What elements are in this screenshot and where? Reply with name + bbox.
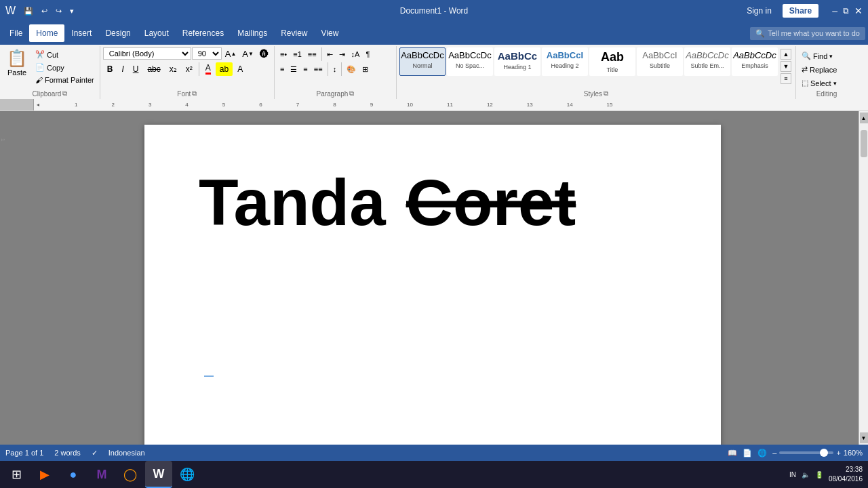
redo-qat-button[interactable]: ↪ [53,5,64,17]
style-emphasis[interactable]: AaBbCcDc Emphasis [732,47,778,76]
font-name-select[interactable]: Calibri (Body) [103,47,191,60]
borders-button[interactable]: ⊞ [359,64,371,75]
minimize-button[interactable]: – [832,5,837,16]
decrease-indent-button[interactable]: ⇤ [324,49,336,60]
restore-button[interactable]: ⧉ [843,6,849,16]
volume-icon[interactable]: 🔈 [802,471,810,479]
style-heading2[interactable]: AaBbCcI Heading 2 [542,47,588,76]
replace-icon: ⇄ [802,65,808,74]
style-heading2-label: Heading 2 [551,62,578,69]
zoom-control[interactable]: – + 160% [772,449,863,457]
zoom-level[interactable]: 160% [844,449,863,457]
undo-qat-button[interactable]: ↩ [39,5,50,17]
align-right-button[interactable]: ≡ [300,64,310,75]
align-left-button[interactable]: ≡ [277,64,287,75]
menu-review[interactable]: Review [274,24,314,42]
read-mode-icon[interactable]: 📖 [728,449,737,458]
zoom-out-icon[interactable]: – [772,449,776,457]
copy-button[interactable]: 📄 Copy [33,62,97,73]
menu-layout[interactable]: Layout [138,24,176,42]
taskbar-word[interactable]: W [145,461,172,488]
menu-insert[interactable]: Insert [64,24,98,42]
font-size-select[interactable]: 90 [192,47,222,60]
scroll-thumb[interactable] [861,130,867,157]
sort-button[interactable]: ↕A [349,49,363,60]
highlight-button[interactable]: ab [216,62,233,76]
paste-button[interactable]: 📋 Paste [3,47,31,78]
menu-bar: File Home Insert Design Layout Reference… [0,22,868,45]
sign-in-link[interactable]: Sign in [747,6,772,16]
clear-formatting-button[interactable]: 🅐 [257,48,271,60]
language[interactable]: Indonesian [108,449,145,457]
text-color-button[interactable]: A [201,61,215,77]
strikethrough-button[interactable]: abc [143,62,164,76]
zoom-slider[interactable] [779,451,833,454]
menu-references[interactable]: References [176,24,231,42]
customize-qat-button[interactable]: ▾ [67,5,77,17]
style-heading1[interactable]: AaBbCc Heading 1 [494,47,540,76]
title-bar-controls: Sign in Share – ⧉ ✕ [747,4,863,18]
paragraph-label[interactable]: Paragraph ⧉ [277,88,393,99]
numbering-button[interactable]: ≡1 [290,49,304,60]
taskbar-chrome[interactable]: 🌐 [174,461,201,488]
menu-mailings[interactable]: Mailings [231,24,274,42]
styles-scroll-up[interactable]: ▲ [781,49,791,60]
shading-button[interactable]: 🎨 [344,64,359,75]
style-no-spacing[interactable]: AaBbCcDc No Spac... [447,47,493,76]
style-subtle-emphasis[interactable]: AaBbCcDc Subtle Em... [684,47,730,76]
subscript-button[interactable]: x₂ [165,62,181,76]
styles-scroll-down[interactable]: ▼ [781,61,791,72]
font-label[interactable]: Font ⧉ [103,88,271,99]
styles-expand[interactable]: ≡ [781,73,791,84]
start-button[interactable]: ⊞ [3,461,30,488]
ribbon: 📋 Paste ✂️ Cut 📄 Copy 🖌 Format Painter [0,45,868,99]
scroll-down-button[interactable]: ▼ [860,432,868,443]
justify-button[interactable]: ≡≡ [311,64,326,75]
underline-button[interactable]: U [129,62,143,76]
style-title[interactable]: Aab Title [589,47,635,76]
show-marks-button[interactable]: ¶ [363,49,372,60]
style-subtitle[interactable]: AaBbCcI Subtitle [637,47,683,76]
menu-design[interactable]: Design [98,24,137,42]
document-area[interactable]: Tanda Coret [7,111,859,445]
save-qat-button[interactable]: 💾 [21,5,36,17]
zoom-in-icon[interactable]: + [836,449,840,457]
format-painter-button[interactable]: 🖌 Format Painter [33,75,97,85]
print-layout-icon[interactable]: 📄 [743,449,752,458]
close-button[interactable]: ✕ [854,5,863,16]
font-color-button[interactable]: A [233,62,247,76]
select-button[interactable]: ⬚ Select ▾ [799,77,840,89]
editing-label[interactable]: Editing [799,89,854,99]
taskbar-app4[interactable]: ◯ [117,461,144,488]
increase-font-size-button[interactable]: A▲ [222,48,239,60]
style-normal[interactable]: AaBbCcDc Normal [399,47,446,76]
scroll-up-button[interactable]: ▲ [860,113,868,123]
battery-icon: 🔋 [815,471,823,479]
decrease-font-size-button[interactable]: A▼ [239,48,256,60]
cut-button[interactable]: ✂️ Cut [33,49,97,60]
superscript-button[interactable]: x² [182,62,197,76]
multilevel-list-button[interactable]: ≡≡ [305,49,319,60]
styles-label[interactable]: Styles ⧉ [399,88,793,99]
taskbar-onenote[interactable]: M [88,461,115,488]
menu-home[interactable]: Home [29,24,64,42]
bullets-button[interactable]: ≡• [277,49,290,60]
line-spacing-button[interactable]: ↕ [330,64,340,75]
clipboard-label[interactable]: Clipboard ⧉ [3,88,97,99]
bold-button[interactable]: B [103,62,117,76]
web-layout-icon[interactable]: 🌐 [757,449,767,458]
menu-view[interactable]: View [315,24,346,42]
replace-button[interactable]: ⇄ Replace [799,64,840,75]
align-center-button[interactable]: ☰ [288,64,300,75]
tell-me-search[interactable]: 🔍 Tell me what you want to do [750,27,865,40]
left-scroll-area: 1 [0,111,7,445]
increase-indent-button[interactable]: ⇥ [336,49,348,60]
vertical-scrollbar[interactable]: ▲ ▼ [859,111,868,445]
italic-button[interactable]: I [117,62,127,76]
media-player-icon: ▶ [40,467,50,482]
share-button[interactable]: Share [783,4,818,18]
menu-file[interactable]: File [3,24,29,42]
find-button[interactable]: 🔍 Find ▾ [799,50,835,62]
taskbar-media-player[interactable]: ▶ [31,461,58,488]
taskbar-browser-app[interactable]: ● [60,461,87,488]
